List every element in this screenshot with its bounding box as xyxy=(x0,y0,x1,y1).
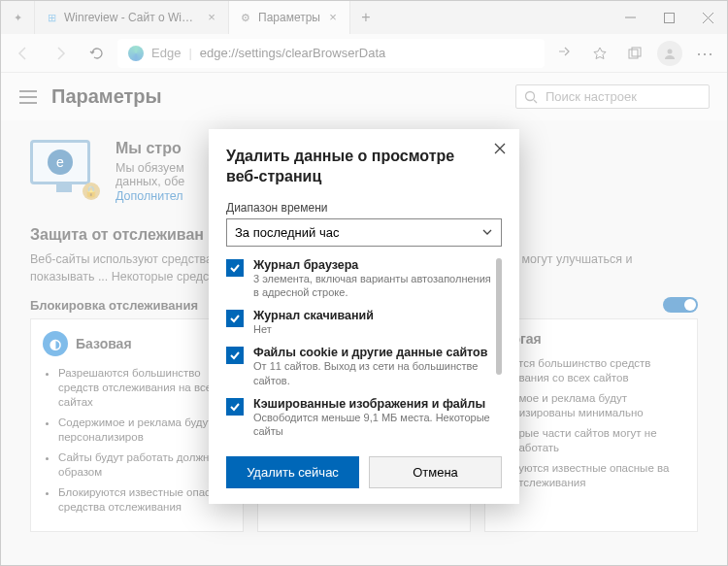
option-cookies[interactable]: Файлы cookie и другие данные сайтов От 1… xyxy=(226,346,492,387)
time-range-label: Диапазон времени xyxy=(226,201,502,215)
checkbox-checked[interactable] xyxy=(226,398,244,416)
select-value: За последний час xyxy=(235,225,339,240)
option-browser-history[interactable]: Журнал браузера 3 элемента, включая вари… xyxy=(226,258,492,300)
dialog-title: Удалить данные о просмотре веб-страниц xyxy=(226,147,502,187)
checkbox-checked[interactable] xyxy=(226,310,244,327)
chevron-down-icon xyxy=(481,226,493,238)
checkbox-checked[interactable] xyxy=(226,347,244,364)
cancel-button[interactable]: Отмена xyxy=(369,456,502,488)
scrollbar[interactable] xyxy=(496,258,502,375)
checkbox-checked[interactable] xyxy=(226,259,244,277)
options-list: Журнал браузера 3 элемента, включая вари… xyxy=(226,258,502,443)
clear-now-button[interactable]: Удалить сейчас xyxy=(226,456,359,488)
dialog-close-button[interactable] xyxy=(490,139,510,158)
option-download-history[interactable]: Журнал скачиваний Нет xyxy=(226,309,492,336)
time-range-select[interactable]: За последний час xyxy=(226,218,502,247)
option-cached-files[interactable]: Кэшированные изображения и файлы Освобод… xyxy=(226,397,492,439)
clear-browsing-data-dialog: Удалить данные о просмотре веб-страниц Д… xyxy=(209,129,519,504)
